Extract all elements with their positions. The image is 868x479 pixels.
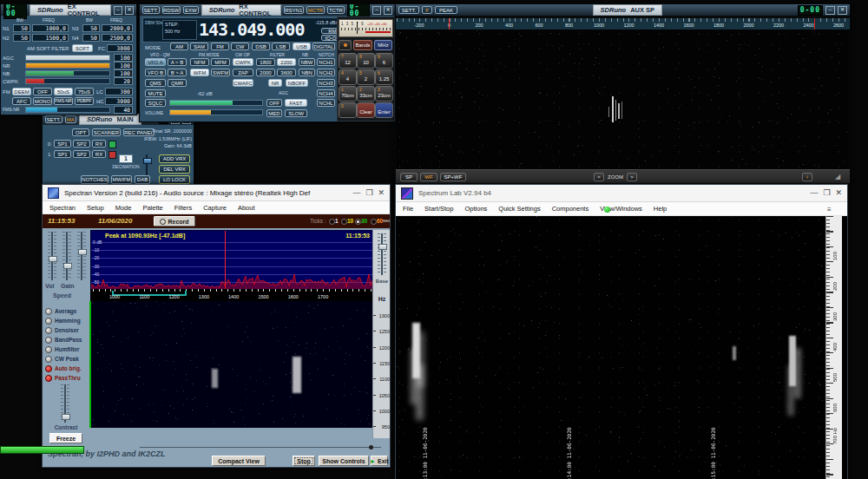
- meter-dot-button[interactable]: [339, 40, 352, 50]
- main-sett-button[interactable]: SETT.: [45, 115, 62, 123]
- vrx0-sp1-button[interactable]: SP1: [54, 140, 71, 148]
- keypad-0[interactable]: 0: [339, 102, 357, 118]
- qms-button[interactable]: QMS: [145, 79, 166, 87]
- frequency-display[interactable]: 143.049.000: [199, 19, 313, 40]
- ticks-radio-60[interactable]: [371, 219, 377, 225]
- main-opt-button[interactable]: OPT: [72, 128, 89, 136]
- nchl-button[interactable]: NCHL: [317, 99, 335, 107]
- sl-maximize-icon[interactable]: ❒: [823, 189, 830, 197]
- deem-75us-button[interactable]: 75uS: [75, 88, 94, 95]
- stop-button[interactable]: Stop: [293, 456, 315, 466]
- speed-slider[interactable]: [77, 232, 86, 280]
- keypad-6-125m[interactable]: 61.25: [375, 69, 393, 85]
- del-vrx-button[interactable]: DEL VRX: [159, 165, 190, 174]
- fms-nr-slider[interactable]: [25, 107, 110, 113]
- ticks-radio-10[interactable]: [341, 219, 347, 225]
- gain-slider[interactable]: [62, 232, 71, 280]
- nfm-button[interactable]: NFM: [190, 58, 209, 66]
- pdbpf-button[interactable]: PDBPF: [75, 97, 94, 105]
- agc-slow-button[interactable]: SLOW: [285, 109, 307, 117]
- spectran-checkbox-bandpass[interactable]: BandPass: [45, 337, 82, 344]
- swfm-button[interactable]: SWFM: [211, 69, 230, 76]
- vfo-a-button[interactable]: VFO A: [145, 58, 166, 66]
- spectran-titlebar[interactable]: Spectran Version 2 (build 216) - Audio s…: [43, 185, 390, 201]
- base-slider[interactable]: [378, 233, 386, 275]
- rx-sett-button[interactable]: SETT.: [142, 6, 160, 14]
- resize-grip-icon[interactable]: ◢: [835, 173, 840, 180]
- sl-titlebar[interactable]: Spectrum Lab V2.94 b4 — ❒ ✕: [396, 185, 847, 202]
- zap-button[interactable]: ZAP: [233, 69, 253, 76]
- agc-slider[interactable]: [25, 55, 110, 61]
- keypad-enter-button[interactable]: Enter: [375, 102, 393, 118]
- nch2-button[interactable]: NCH2: [317, 69, 335, 76]
- exit-button[interactable]: ► Exit: [371, 456, 388, 466]
- main-scanner-button[interactable]: SCANNER: [92, 128, 121, 136]
- sl-menu-quick-settings[interactable]: Quick Settings: [498, 205, 540, 213]
- sqlc-button[interactable]: SQLC: [145, 99, 166, 107]
- nch4-button[interactable]: NCH4: [317, 89, 335, 97]
- spectran-close-icon[interactable]: ✕: [378, 189, 385, 197]
- n3-bw[interactable]: 50: [82, 24, 100, 32]
- spectran-checkbox-cw-peak[interactable]: CW Peak: [45, 356, 79, 363]
- wf-view-button[interactable]: WF: [420, 173, 437, 181]
- cwpk-slider[interactable]: [25, 78, 110, 84]
- keypad-1-70cm[interactable]: 170cm: [339, 86, 357, 102]
- dab-button[interactable]: DAB: [135, 175, 150, 184]
- spectran-minimize-icon[interactable]: —: [352, 189, 360, 197]
- rx-minimize-icon[interactable]: –: [372, 6, 381, 15]
- spectran-menu-palette[interactable]: Palette: [142, 204, 162, 212]
- vrx1-rx-button[interactable]: RX: [92, 150, 106, 158]
- nboff-button[interactable]: NBOFF: [286, 79, 308, 87]
- decimation-value[interactable]: 1: [119, 154, 133, 163]
- keypad-8-10m[interactable]: 810: [357, 53, 375, 69]
- spectran-checkbox-passthru[interactable]: PassThru: [45, 375, 81, 382]
- filter-2200-button[interactable]: 2200: [277, 58, 296, 66]
- b-to-a-button[interactable]: B > A: [168, 69, 187, 76]
- spectran-menu-spectran[interactable]: Spectran: [49, 204, 76, 212]
- aux-sett-button[interactable]: SETT.: [398, 6, 419, 14]
- mwfm-button[interactable]: MW/FM: [111, 175, 132, 184]
- qmr-button[interactable]: QMR: [168, 79, 187, 87]
- vrx0-sp2-button[interactable]: SP2: [73, 140, 90, 148]
- aux-peak-button[interactable]: PEAK: [435, 6, 457, 14]
- sl-waterfall[interactable]: 11:13:00 11-06-202011:14:00 11-06-202011…: [396, 216, 825, 479]
- keypad-5-2m[interactable]: 52: [357, 69, 375, 85]
- sl-panel-menu-icon[interactable]: ≡: [827, 206, 832, 213]
- freeze-button[interactable]: Freeze: [49, 433, 82, 443]
- n3-freq[interactable]: 2000,0: [102, 24, 133, 32]
- aux-fill-button[interactable]: F: [422, 6, 432, 14]
- compact-view-button[interactable]: Compact View: [212, 456, 266, 466]
- zoom-in-button[interactable]: >: [627, 173, 637, 181]
- vrx1-sp1-button[interactable]: SP1: [54, 150, 71, 158]
- spectran-waterfall[interactable]: [89, 301, 372, 428]
- mode-usb-button[interactable]: USB: [293, 43, 311, 50]
- keypad-4-4m[interactable]: 44: [339, 69, 357, 85]
- tctr-button[interactable]: TCTR: [327, 6, 345, 14]
- nb-slider[interactable]: [25, 70, 110, 76]
- add-vrx-button[interactable]: ADD VRX: [159, 154, 190, 163]
- rx-rdsw-button[interactable]: RDSW: [162, 6, 181, 14]
- ticks-radio-1[interactable]: [329, 219, 335, 225]
- agc-fast-button[interactable]: FAST: [285, 99, 307, 107]
- mode-lsb-button[interactable]: LSB: [272, 43, 290, 50]
- lo-lock-button[interactable]: LO LOCK: [159, 175, 190, 184]
- show-controls-button[interactable]: Show Controls: [319, 456, 369, 466]
- mfm-button[interactable]: MFM: [211, 58, 230, 66]
- rsyn1-button[interactable]: RSYN1: [284, 6, 304, 14]
- fc-value[interactable]: 3000: [107, 44, 133, 52]
- zoom-out-button[interactable]: <: [594, 173, 604, 181]
- aux-info-button[interactable]: i: [802, 173, 812, 181]
- sp-wf-view-button[interactable]: SP+WF: [440, 173, 466, 181]
- volume-bar[interactable]: [169, 109, 263, 115]
- n1-bw[interactable]: 50: [13, 24, 30, 32]
- spectran-maximize-icon[interactable]: ❒: [365, 189, 372, 197]
- n4-bw[interactable]: 50: [82, 34, 100, 42]
- hc-value[interactable]: 3000: [105, 97, 133, 105]
- rx-close-icon[interactable]: ✕: [384, 6, 392, 15]
- deem-button[interactable]: DEEM: [12, 88, 31, 95]
- record-button[interactable]: Record: [154, 216, 195, 226]
- aux-minimize-icon[interactable]: –: [825, 6, 835, 15]
- main-ma-button[interactable]: MA: [65, 115, 76, 123]
- aux-titlebar[interactable]: SETT. F PEAK SDRuno AUX SP 0-00 – ✕: [396, 4, 850, 16]
- n1-freq[interactable]: 1000,0: [32, 24, 69, 32]
